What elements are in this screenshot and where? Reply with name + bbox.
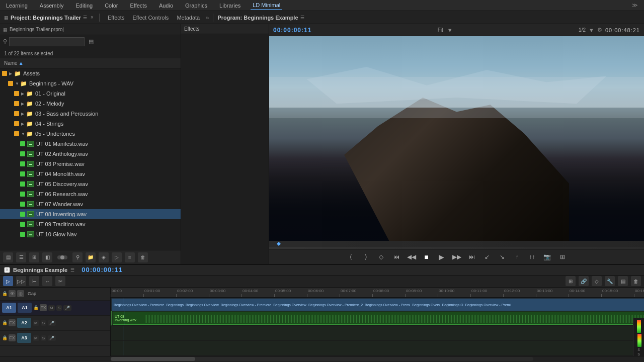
project-menu-btn[interactable]: ☰	[83, 15, 87, 20]
s-btn[interactable]: S	[56, 305, 62, 311]
new-bin-btn[interactable]: ▤	[3, 252, 13, 262]
selection-tool[interactable]: ▷	[3, 276, 13, 286]
a3-track[interactable]	[111, 341, 644, 356]
go-to-out-btn[interactable]: ⏭	[466, 251, 477, 262]
menu-effects[interactable]: Effects	[128, 2, 148, 10]
find-btn[interactable]: ≡	[125, 252, 135, 262]
go-to-in-btn[interactable]: ⏮	[391, 251, 402, 262]
track-sync-icon[interactable]: ◎	[17, 290, 24, 297]
search-btn[interactable]: ⚲	[72, 252, 83, 262]
stop-btn[interactable]: ■	[421, 251, 432, 262]
list-item[interactable]: ▬ UT 01 Manifesto.wav	[0, 139, 181, 149]
snap-btn[interactable]: ⊞	[566, 276, 576, 286]
m-btn[interactable]: M	[48, 305, 55, 311]
freeform-btn[interactable]: ◧	[42, 252, 52, 262]
rate-stretch[interactable]: ↔	[42, 276, 52, 286]
step-back-btn[interactable]: ◀◀	[406, 251, 417, 262]
close-project-btn[interactable]: ×	[89, 15, 95, 21]
zoom-slider[interactable]	[57, 255, 67, 259]
menu-color[interactable]: Color	[103, 2, 120, 10]
wrench-btn[interactable]: 🔧	[605, 276, 615, 286]
track-area[interactable]: 00:00 00:01:00 00:02:00 00:03:00 00:04:0…	[111, 288, 644, 356]
insert-btn[interactable]: ↙	[481, 251, 493, 262]
a2-s-btn[interactable]: S	[41, 320, 46, 326]
a3-m-btn[interactable]: M	[33, 335, 39, 341]
effects-tab[interactable]: Effects	[104, 14, 128, 22]
menu-learning[interactable]: Learning	[4, 2, 30, 10]
multi-btn[interactable]: ⊞	[557, 251, 568, 262]
timeline-menu-icon[interactable]: ☰	[70, 267, 74, 273]
search-input[interactable]	[9, 37, 85, 46]
list-item[interactable]: ▬ UT 02 Anthology.wav	[0, 149, 181, 159]
list-item[interactable]: ▬ UT 03 Premise.wav	[0, 159, 181, 169]
mark-out-btn[interactable]: ⟩	[361, 251, 372, 262]
track-eye-icon[interactable]: 👁	[9, 290, 16, 297]
list-item[interactable]: ▶ 📁 02 - Melody	[0, 99, 181, 109]
delete-btn[interactable]: 🗑	[138, 252, 148, 262]
camera-btn[interactable]: 📷	[542, 251, 553, 262]
list-item[interactable]: ▶ 📁 Assets	[0, 68, 181, 78]
menu-graphics[interactable]: Graphics	[183, 2, 209, 10]
video-clip[interactable]: Beginnings Overview - Premiere Beginning…	[112, 299, 644, 312]
ripple-edit[interactable]: ⊢	[29, 276, 39, 286]
effect-controls-tab[interactable]: Effect Controls	[128, 14, 173, 22]
menu-workspace-active[interactable]: LD Minimal	[251, 1, 282, 10]
page-dropdown-icon[interactable]: ▼	[589, 27, 594, 33]
extract-btn[interactable]: ↑↑	[527, 251, 538, 262]
list-item[interactable]: ▬ UT 06 Research.wav	[0, 189, 181, 199]
timeline-scrollbar[interactable]	[111, 357, 533, 361]
play-btn[interactable]: ▶	[436, 251, 447, 262]
lift-btn[interactable]: ↑	[512, 251, 523, 262]
menu-assembly[interactable]: Assembly	[38, 2, 66, 10]
mark-in-btn[interactable]: ⟨	[346, 251, 357, 262]
audio-clip-main[interactable]: UT 08 Inventing.wav	[113, 312, 644, 325]
fx-icon[interactable]: FX	[40, 304, 47, 311]
a3-s-btn[interactable]: S	[41, 335, 46, 341]
list-item-selected[interactable]: ▬ UT 08 Inventing.wav	[0, 209, 181, 219]
new-item-btn[interactable]: ◈	[99, 252, 109, 262]
razor-tool[interactable]: ✂	[55, 276, 65, 286]
menu-libraries[interactable]: Libraries	[217, 2, 243, 10]
list-view-icon[interactable]: ▤	[89, 38, 94, 45]
automate-btn[interactable]: ▷	[112, 252, 122, 262]
linked-selection[interactable]: 🔗	[579, 276, 589, 286]
timeline-scrub[interactable]	[269, 241, 644, 249]
list-item[interactable]: ▬ UT 10 Glow Nav	[0, 229, 181, 239]
a2-fx-icon[interactable]: FX	[9, 319, 16, 326]
menu-editing[interactable]: Editing	[74, 2, 95, 10]
metadata-tab[interactable]: Metadata	[173, 14, 204, 22]
list-view-btn[interactable]: ☰	[16, 252, 26, 262]
add-markers[interactable]: ◇	[592, 276, 602, 286]
list-item[interactable]: ▬ UT 07 Wander.wav	[0, 199, 181, 209]
list-item[interactable]: ▬ UT 05 Discovery.wav	[0, 179, 181, 189]
a2-track[interactable]	[111, 326, 644, 341]
list-item[interactable]: ▼ 📁 05 - Undertones	[0, 129, 181, 139]
list-item[interactable]: ▬ UT 09 Tradition.wav	[0, 219, 181, 229]
expand-tabs-btn[interactable]: »	[206, 15, 209, 21]
a3-fx-icon[interactable]: FX	[9, 334, 16, 341]
playhead-bar[interactable]	[269, 241, 644, 249]
scrollbar-thumb[interactable]	[111, 357, 195, 361]
a1-track[interactable]: UT 08 Inventing.wav	[111, 311, 644, 326]
timeline-ruler[interactable]: 00:00 00:01:00 00:02:00 00:03:00 00:04:0…	[111, 288, 644, 298]
track-select-fwd[interactable]: ▷▷	[16, 276, 26, 286]
new-folder-btn[interactable]: 📁	[86, 252, 96, 262]
list-item[interactable]: ▶ 📁 04 - Strings	[0, 119, 181, 129]
a2-m-btn[interactable]: M	[33, 320, 39, 326]
step-fwd-btn[interactable]: ▶▶	[451, 251, 462, 262]
overwrite-btn[interactable]: ↘	[497, 251, 508, 262]
add-marker-btn[interactable]: ◇	[376, 251, 387, 262]
delete-btn2[interactable]: 🗑	[631, 276, 641, 286]
list-item[interactable]: ▼ 📁 Beginnings - WAV	[0, 78, 181, 88]
menu-audio[interactable]: Audio	[157, 2, 175, 10]
list-item[interactable]: ▶ 📁 01 - Original	[0, 88, 181, 99]
fit-dropdown-icon[interactable]: ▼	[447, 27, 453, 33]
program-menu-btn[interactable]: ☰	[300, 15, 304, 20]
list-item[interactable]: ▶ 📁 03 - Bass and Percussion	[0, 109, 181, 119]
v1-track[interactable]: Beginnings Overview - Premiere Beginning…	[111, 298, 644, 311]
timeline-close-btn[interactable]: ×	[4, 267, 10, 273]
list-item[interactable]: ▬ UT 04 Monolith.wav	[0, 169, 181, 179]
icon-view-btn[interactable]: ⊞	[29, 252, 39, 262]
close-gaps[interactable]: ▤	[618, 276, 628, 286]
menu-more-btn[interactable]: ≫	[630, 1, 640, 10]
